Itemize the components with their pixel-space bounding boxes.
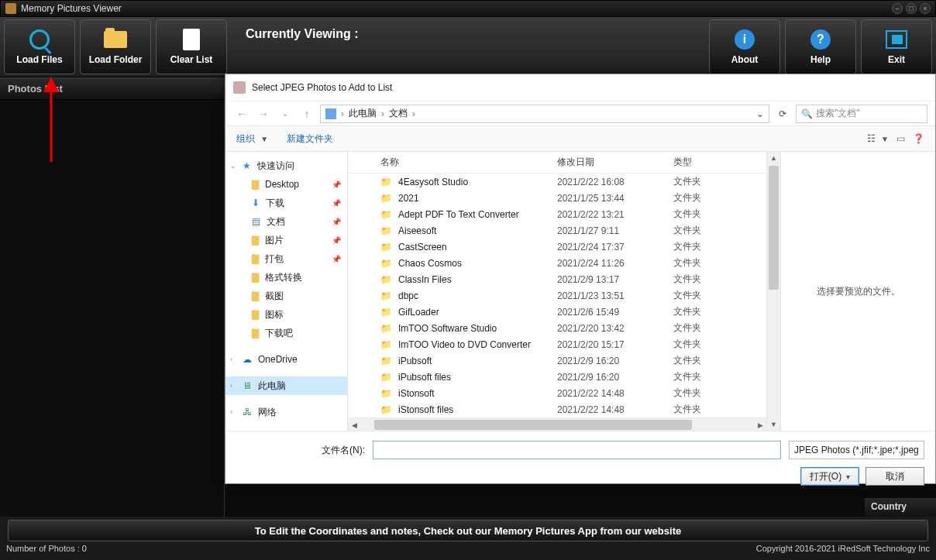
file-type: 文件夹 [673, 305, 735, 318]
nav-dlbar[interactable]: ▇下载吧 [225, 324, 347, 342]
file-date: 2021/2/9 16:20 [557, 356, 673, 366]
maximize-button[interactable]: □ [906, 3, 917, 14]
horizontal-scrollbar[interactable]: ◀▶ [348, 417, 766, 431]
help-button[interactable]: ? Help [785, 19, 856, 74]
load-folder-button[interactable]: Load Folder [80, 19, 151, 74]
minimize-button[interactable]: – [892, 3, 903, 14]
file-name: iPubsoft files [398, 372, 451, 383]
search-placeholder: 搜索"文档" [816, 107, 860, 120]
search-input[interactable]: 🔍 搜索"文档" [796, 105, 927, 123]
crumb-root[interactable]: 此电脑 [349, 107, 377, 120]
file-row[interactable]: 📁CastScreen2021/2/24 17:37文件夹 [348, 239, 766, 255]
main-toolbar: Load Files Load Folder Clear List Curren… [0, 17, 936, 77]
folder-icon: 📁 [380, 225, 392, 236]
nav-pack[interactable]: ▇打包📌 [225, 249, 347, 268]
search-icon: 🔍 [801, 108, 813, 119]
open-button[interactable]: 打开(O) ▾ [800, 467, 859, 486]
header-type[interactable]: 类型 [673, 156, 735, 169]
header-name[interactable]: 名称 [348, 156, 557, 169]
file-row[interactable]: 📁Chaos Cosmos2021/2/24 11:26文件夹 [348, 255, 766, 271]
filename-input[interactable] [373, 441, 781, 459]
photos-list-panel: Photos List [0, 77, 225, 517]
file-list-area: 名称 修改日期 类型 📁4Easysoft Studio2021/2/22 16… [348, 152, 766, 431]
file-date: 2021/2/9 16:20 [557, 372, 673, 383]
app-titlebar: Memory Pictures Viewer – □ × [0, 0, 936, 17]
file-name: dbpc [398, 290, 418, 301]
filename-label: 文件名(N): [322, 444, 365, 457]
folder-icon: 📁 [380, 242, 392, 253]
new-folder-button[interactable]: 新建文件夹 [287, 132, 333, 146]
file-row[interactable]: 📁Aiseesoft2021/1/27 9:11文件夹 [348, 222, 766, 239]
file-row[interactable]: 📁Adept PDF To Text Converter2021/2/22 13… [348, 206, 766, 222]
up-button[interactable]: ↑ [298, 105, 315, 122]
help-info-button[interactable]: ❓ [913, 133, 924, 144]
nav-downloads[interactable]: ⬇下载📌 [225, 194, 347, 212]
chevron-icon: › [411, 108, 417, 119]
file-type: 文件夹 [673, 256, 735, 270]
crumb-dropdown-icon[interactable]: ⌄ [756, 108, 764, 119]
file-row[interactable]: 📁iPubsoft2021/2/9 16:20文件夹 [348, 352, 766, 369]
file-row[interactable]: 📁iPubsoft files2021/2/9 16:20文件夹 [348, 369, 766, 385]
preview-pane-button[interactable]: ▭ [896, 133, 905, 144]
vertical-scrollbar[interactable]: ▲▼ [766, 152, 780, 431]
file-type: 文件夹 [673, 387, 735, 400]
organize-menu[interactable]: 组织 ▼ [236, 132, 268, 146]
file-row[interactable]: 📁ClassIn Files2021/2/9 13:17文件夹 [348, 271, 766, 287]
file-date: 2021/2/22 14:48 [557, 388, 673, 399]
file-row[interactable]: 📁GifLoader2021/2/6 15:49文件夹 [348, 304, 766, 320]
breadcrumb[interactable]: › 此电脑 › 文档 › ⌄ [320, 105, 769, 123]
filetype-dropdown[interactable]: JPEG Photos (*.jfif;*.jpe;*.jpeg [789, 441, 924, 459]
file-row[interactable]: 📁4Easysoft Studio2021/2/22 16:08文件夹 [348, 173, 766, 190]
nav-documents[interactable]: ▤文档📌 [225, 212, 347, 231]
folder-icon: 📁 [380, 258, 392, 269]
folder-icon: 📁 [380, 323, 392, 334]
dialog-title: Select JPEG Photos to Add to List [252, 82, 392, 93]
cancel-button[interactable]: 取消 [865, 467, 924, 486]
file-row[interactable]: 📁dbpc2021/1/23 13:51文件夹 [348, 287, 766, 304]
forward-button[interactable]: → [255, 105, 272, 122]
clear-list-button[interactable]: Clear List [156, 19, 227, 74]
file-name: ClassIn Files [398, 274, 452, 285]
recent-button[interactable]: ⌄ [277, 105, 294, 122]
file-name: CastScreen [398, 242, 447, 253]
file-row[interactable]: 📁ImTOO Video to DVD Converter2021/2/20 1… [348, 336, 766, 352]
nav-format[interactable]: ▇格式转换 [225, 268, 347, 287]
folder-icon: 📁 [380, 177, 392, 187]
file-type: 文件夹 [673, 338, 735, 351]
nav-quick-access[interactable]: ⌄★快速访问 [225, 156, 347, 175]
exit-label: Exit [888, 54, 905, 65]
nav-thispc[interactable]: ›🖥此电脑 [225, 376, 347, 395]
header-date[interactable]: 修改日期 [557, 156, 673, 169]
file-row[interactable]: 📁iStonsoft files2021/2/22 14:48文件夹 [348, 401, 766, 417]
nav-screenshot[interactable]: ▇截图 [225, 287, 347, 305]
file-row[interactable]: 📁ImTOO Software Studio2021/2/20 13:42文件夹 [348, 320, 766, 336]
crumb-folder[interactable]: 文档 [389, 107, 408, 120]
status-bar: Number of Photos : 0 Copyright 2016-2021… [0, 541, 936, 557]
file-date: 2021/1/23 13:51 [557, 290, 673, 301]
close-button[interactable]: × [920, 3, 931, 14]
help-label: Help [810, 54, 831, 65]
promo-bar[interactable]: To Edit the Coordinates and notes, Check… [8, 520, 928, 541]
about-button[interactable]: i About [709, 19, 780, 74]
file-name: ImTOO Video to DVD Converter [398, 339, 531, 350]
exit-button[interactable]: Exit [861, 19, 932, 74]
nav-network[interactable]: ›🖧网络 [225, 403, 347, 421]
view-mode-button[interactable]: ☷ ▼ [867, 133, 889, 144]
folder-icon: 📁 [380, 404, 392, 415]
folder-icon: 📁 [380, 307, 392, 318]
folder-icon: 📁 [380, 372, 392, 383]
load-files-button[interactable]: Load Files [4, 19, 75, 74]
dialog-command-row: 组织 ▼ 新建文件夹 ☷ ▼ ▭ ❓ [225, 125, 935, 152]
file-row[interactable]: 📁iStonsoft2021/2/22 14:48文件夹 [348, 385, 766, 401]
refresh-button[interactable]: ⟳ [774, 105, 791, 122]
file-date: 2021/1/25 13:44 [557, 193, 673, 204]
nav-icon[interactable]: ▇图标 [225, 305, 347, 324]
nav-onedrive[interactable]: ›☁OneDrive [225, 350, 347, 369]
nav-desktop[interactable]: ▇Desktop📌 [225, 175, 347, 194]
file-type: 文件夹 [673, 208, 735, 221]
nav-pictures[interactable]: ▇图片📌 [225, 231, 347, 249]
dialog-nav-row: ← → ⌄ ↑ › 此电脑 › 文档 › ⌄ ⟳ 🔍 搜索"文档" [225, 101, 935, 125]
file-row[interactable]: 📁20212021/1/25 13:44文件夹 [348, 190, 766, 206]
back-button[interactable]: ← [233, 105, 250, 122]
file-date: 2021/2/22 14:48 [557, 404, 673, 415]
